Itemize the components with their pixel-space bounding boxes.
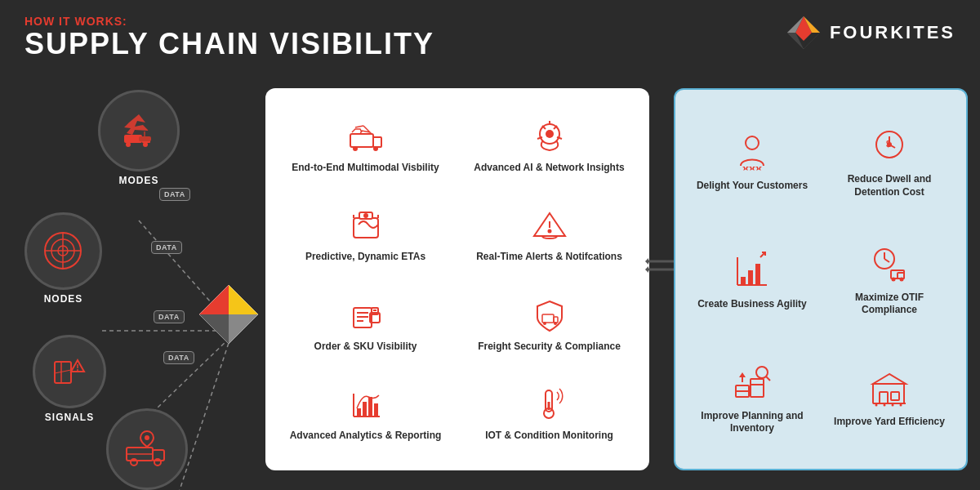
- svg-rect-66: [554, 317, 558, 323]
- capability-advanced-ai: Advanced AI & Network Insights: [461, 105, 637, 186]
- fourkites-logo-diamond: [786, 15, 822, 51]
- svg-point-115: [875, 403, 878, 406]
- predictive-label: Predictive, Dynamic ETAs: [305, 251, 425, 264]
- svg-rect-39: [373, 137, 381, 147]
- nodes-circle-shape: [24, 212, 102, 290]
- yard-label: Improve Yard Efficiency: [834, 416, 945, 429]
- svg-line-97: [884, 259, 889, 262]
- svg-point-53: [364, 214, 368, 217]
- svg-marker-36: [199, 314, 229, 344]
- advanced-analytics-icon: [345, 384, 386, 425]
- outcome-yard: Improve Yard Efficiency: [825, 342, 954, 452]
- svg-marker-35: [229, 314, 258, 344]
- modes-circle: MODES: [98, 90, 180, 186]
- svg-marker-109: [739, 372, 746, 377]
- right-panel: Delight Your Customers $ Reduce Dwell an…: [674, 88, 968, 470]
- svg-point-40: [353, 146, 358, 151]
- capability-order-sku: Order & SKU Visibility: [278, 283, 453, 365]
- order-sku-icon: [345, 295, 386, 336]
- capability-freight-security: Freight Security & Compliance: [461, 283, 637, 365]
- real-time-icon: [529, 205, 570, 246]
- signals-circle-shape: [33, 335, 106, 408]
- svg-point-13: [143, 142, 148, 147]
- planning-label: Improve Planning and Inventory: [692, 410, 813, 435]
- outcome-business-agility: Create Business Agility: [688, 225, 817, 335]
- svg-line-45: [554, 126, 557, 129]
- real-time-label: Real-Time Alerts & Notifcations: [476, 251, 622, 264]
- svg-rect-93: [748, 270, 753, 285]
- svg-rect-103: [751, 379, 764, 397]
- subtitle: HOW IT WORKS:: [24, 15, 434, 28]
- modes-label: MODES: [118, 175, 158, 186]
- svg-rect-38: [350, 134, 373, 147]
- svg-marker-80: [645, 258, 648, 265]
- advanced-ai-icon: [529, 116, 570, 157]
- svg-rect-71: [357, 408, 361, 416]
- svg-rect-94: [755, 264, 760, 285]
- signals-circle: SIGNALS: [33, 335, 106, 423]
- svg-rect-74: [374, 403, 378, 416]
- iot-icon: [529, 384, 570, 425]
- svg-point-89: [887, 142, 892, 147]
- yard-icon: [867, 366, 912, 411]
- business-agility-icon: [730, 248, 775, 293]
- svg-point-118: [900, 403, 902, 406]
- nodes-circle: NODES: [24, 212, 102, 305]
- end-to-end-label: End-to-End Multimodal Visbility: [292, 162, 439, 175]
- capability-advanced-analytics: Advanced Analytics & Reporting: [278, 373, 453, 455]
- data-badge-4: DATA: [163, 351, 194, 364]
- svg-point-56: [548, 230, 550, 233]
- svg-rect-113: [891, 392, 899, 400]
- svg-point-68: [554, 322, 557, 325]
- predictive-icon: [345, 205, 386, 246]
- advanced-analytics-label: Advanced Analytics & Reporting: [290, 430, 442, 443]
- signals-label: SIGNALS: [45, 412, 94, 423]
- capability-predictive: Predictive, Dynamic ETAs: [278, 194, 453, 276]
- left-section: DATA DATA DATA DATA MODES: [0, 82, 270, 474]
- outcome-delight: Delight Your Customers: [688, 106, 817, 216]
- reduce-dwell-label: Reduce Dwell and Detention Cost: [829, 173, 950, 198]
- svg-point-117: [892, 403, 894, 406]
- svg-point-26: [77, 369, 78, 371]
- svg-point-41: [373, 146, 378, 151]
- modes-circle-shape: [98, 90, 180, 172]
- freight-security-label: Freight Security & Compliance: [478, 341, 621, 354]
- middle-panel: End-to-End Multimodal Visbility Advanced…: [265, 88, 649, 470]
- svg-line-23: [55, 370, 71, 373]
- svg-marker-1: [795, 16, 812, 41]
- svg-marker-111: [873, 374, 906, 384]
- capability-end-to-end: End-to-End Multimodal Visbility: [278, 105, 453, 186]
- otif-icon: [867, 242, 912, 287]
- svg-rect-92: [741, 277, 746, 285]
- svg-point-116: [884, 403, 886, 406]
- svg-point-84: [746, 136, 759, 149]
- iot-label: IOT & Condition Monitoring: [485, 430, 613, 443]
- center-hub-diamond: [196, 282, 261, 347]
- svg-rect-72: [363, 402, 367, 416]
- connector-arrows: [645, 253, 678, 278]
- otif-label: Maximize OTIF Compliance: [829, 292, 950, 317]
- business-agility-label: Create Business Agility: [697, 298, 807, 311]
- svg-rect-14: [139, 136, 151, 141]
- svg-point-67: [543, 322, 546, 325]
- svg-line-107: [766, 376, 770, 381]
- header-section: HOW IT WORKS: SUPPLY CHAIN VISIBILITY: [24, 15, 434, 60]
- svg-marker-83: [645, 266, 648, 273]
- logo-text: FOURKITES: [830, 22, 956, 43]
- main-title: SUPPLY CHAIN VISIBILITY: [24, 28, 434, 60]
- svg-line-44: [542, 126, 546, 129]
- svg-point-43: [546, 130, 554, 138]
- outcome-planning: Improve Planning and Inventory: [688, 342, 817, 452]
- reduce-dwell-icon: $: [867, 123, 912, 168]
- svg-point-12: [126, 142, 131, 147]
- delight-icon: [730, 130, 775, 175]
- advanced-ai-label: Advanced AI & Network Insights: [474, 162, 624, 175]
- svg-point-100: [892, 278, 896, 282]
- data-badge-1: DATA: [159, 188, 190, 201]
- delight-label: Delight Your Customers: [697, 180, 808, 193]
- planning-icon: [730, 360, 775, 405]
- svg-point-106: [756, 367, 768, 378]
- capability-iot: IOT & Condition Monitoring: [461, 373, 637, 455]
- capability-real-time: Real-Time Alerts & Notifcations: [461, 194, 637, 276]
- end-to-end-icon: [345, 116, 386, 157]
